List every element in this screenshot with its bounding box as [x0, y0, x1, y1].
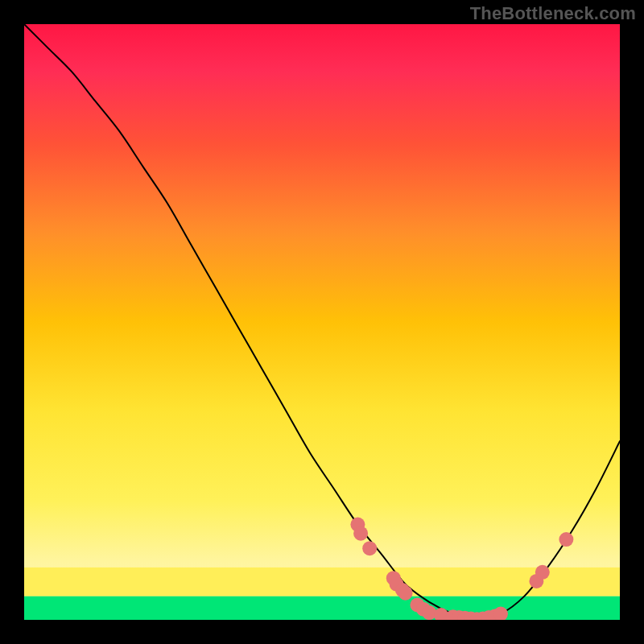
bottom-band [24, 568, 620, 620]
data-point [559, 532, 573, 547]
watermark-text: TheBottleneck.com [470, 3, 636, 24]
data-point [398, 586, 413, 601]
svg-rect-2 [24, 597, 620, 620]
gradient-background [24, 24, 620, 620]
data-point [362, 541, 377, 555]
data-point [535, 565, 550, 580]
data-point [353, 526, 368, 541]
chart-svg [24, 24, 620, 620]
chart-stage: TheBottleneck.com [0, 0, 644, 644]
data-point [422, 605, 436, 620]
